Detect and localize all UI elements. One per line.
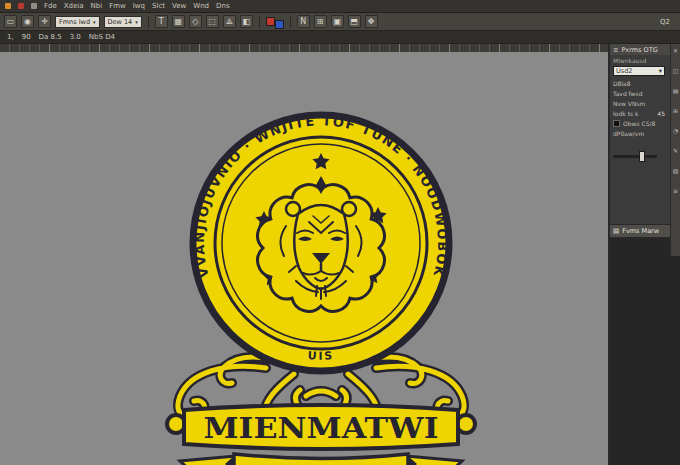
panel-row-label: Nvw VNsm — [613, 100, 645, 107]
panel-dropdown[interactable]: Usd2 ▾ — [613, 66, 665, 76]
menu-item-7[interactable]: Vew — [172, 0, 186, 13]
menu-item-1[interactable]: Fde — [44, 0, 57, 13]
slider-handle[interactable] — [639, 151, 645, 162]
banner-text: MIENMATWI — [204, 413, 439, 444]
distribute-tool-icon[interactable]: ⊞ — [314, 15, 327, 28]
move-tool-icon[interactable]: ✛ — [38, 15, 51, 28]
menu-item-2[interactable]: Xdeia — [64, 0, 84, 13]
color-swatch[interactable] — [613, 120, 620, 127]
menu-item-3[interactable]: Nbi — [91, 0, 103, 13]
toolbar: ▭ ◉ ✛ Fmns Iwd ▾ Dew 14 ▾ T ▦ ◇ ⬚ ⟁ ◧ N … — [0, 13, 680, 31]
transform-tool-icon[interactable]: ✥ — [365, 15, 378, 28]
panels-icon[interactable]: ◫ — [673, 68, 679, 74]
stroke-color-swatch[interactable] — [275, 20, 284, 29]
close-icon[interactable]: ✕ — [673, 48, 678, 54]
grid-tool-icon[interactable]: ▦ — [172, 15, 185, 28]
menu-bar: Fde Xdeia Nbi Fmw Iwq Slct Vew Wnd Dns — [0, 0, 680, 13]
panel-row-label: D8la8 — [613, 80, 631, 87]
position-x-value[interactable]: 1, — [7, 33, 14, 41]
panel-row-label: Tavd fwsd — [613, 90, 642, 97]
zoom-level[interactable]: Q2 — [660, 18, 676, 26]
panel-row-label: dP0aw/vm — [613, 130, 644, 137]
artboard-tool-icon[interactable]: ⬒ — [348, 15, 361, 28]
layers-panel-icon[interactable]: ▣ — [331, 15, 344, 28]
type-tool-icon[interactable]: T — [155, 15, 168, 28]
gradient-tool-icon[interactable]: ◧ — [240, 15, 253, 28]
marquee-tool-icon[interactable]: ⬚ — [206, 15, 219, 28]
grid-icon[interactable]: ⊞ — [673, 108, 678, 114]
chevron-down-icon: ▾ — [93, 19, 96, 25]
circle-text-bottom: UIS — [307, 349, 334, 363]
align-tool-icon[interactable]: N — [297, 15, 310, 28]
menu-item-4[interactable]: Fmw — [109, 0, 126, 13]
panel-dropdown-value: Usd2 — [616, 67, 632, 75]
options-bar: 1, 90 Da 8.5 3.0 NbS D4 — [0, 31, 680, 44]
name-banner: MIENMATWI — [167, 405, 475, 449]
history-icon[interactable]: ◔ — [673, 128, 678, 134]
pen-tool-icon[interactable]: ⟁ — [223, 15, 236, 28]
layer-label: Fvms Marw — [622, 227, 659, 235]
horizontal-ruler[interactable] — [0, 44, 608, 52]
menu-item-6[interactable]: Slct — [152, 0, 165, 13]
layers-icon[interactable]: ▤ — [673, 88, 679, 94]
width-value[interactable]: Da 8.5 — [39, 33, 62, 41]
menu-dot-red-icon — [18, 3, 24, 9]
lion-badge-artwork[interactable]: VVANJIOJUVNIO · WNJITE TOF TUNE · NOODWO… — [146, 106, 496, 465]
chevron-down-icon: ▾ — [135, 19, 138, 25]
menu-dot-gray-icon — [31, 3, 37, 9]
menu-icon[interactable]: ≡ — [673, 188, 678, 194]
app-logo-icon — [5, 3, 11, 9]
size-dropdown-value: Dew 14 — [108, 18, 133, 26]
menu-item-8[interactable]: Wnd — [193, 0, 209, 13]
font-dropdown[interactable]: Fmns Iwd ▾ — [55, 16, 100, 28]
design-app-window: Fde Xdeia Nbi Fmw Iwq Slct Vew Wnd Dns ▭… — [0, 0, 680, 465]
rectangle-tool-icon[interactable]: ▭ — [4, 15, 17, 28]
slider-track[interactable] — [613, 155, 657, 158]
panel-menu-icon[interactable]: ≡ — [613, 46, 618, 54]
panel-empty-area — [610, 238, 680, 465]
ellipse-tool-icon[interactable]: ◉ — [21, 15, 34, 28]
panel-row-value: 45 — [657, 110, 665, 117]
toolbar-separator — [148, 16, 149, 28]
panel-row-label: Obws CS/8 — [623, 120, 655, 127]
edit-icon[interactable]: ✎ — [673, 148, 678, 154]
bottom-ribbon — [180, 454, 462, 465]
units-value[interactable]: NbS D4 — [89, 33, 115, 41]
layer-icon: ▤ — [613, 227, 619, 235]
size-dropdown[interactable]: Dew 14 ▾ — [104, 16, 142, 28]
height-value[interactable]: 3.0 — [70, 33, 81, 41]
canvas[interactable]: VVANJIOJUVNIO · WNJITE TOF TUNE · NOODWO… — [0, 52, 608, 465]
fill-color-swatch[interactable] — [266, 17, 275, 26]
font-dropdown-value: Fmns Iwd — [59, 18, 90, 26]
toolbar-separator — [259, 16, 260, 28]
panel-dock-strip: ✕ ◫ ▤ ⊞ ◔ ✎ ▧ ≡ — [670, 44, 680, 256]
panel-row-label: Iodk ts k — [613, 110, 639, 117]
ribbon-center — [234, 454, 408, 465]
right-panel: ≡ Pxrms OTG Mlwnkausd Usd2 ▾ D8la8 Tavd … — [610, 44, 680, 465]
menu-item-9[interactable]: Dns — [216, 0, 229, 13]
toolbar-separator — [290, 16, 291, 28]
shape-tool-icon[interactable]: ◇ — [189, 15, 202, 28]
chevron-down-icon: ▾ — [659, 67, 662, 75]
menu-item-5[interactable]: Iwq — [133, 0, 145, 13]
panel-title: Pxrms OTG — [621, 46, 657, 54]
swatches-icon[interactable]: ▧ — [673, 168, 679, 174]
panel-slider — [613, 146, 677, 166]
rotation-value[interactable]: 90 — [22, 33, 31, 41]
